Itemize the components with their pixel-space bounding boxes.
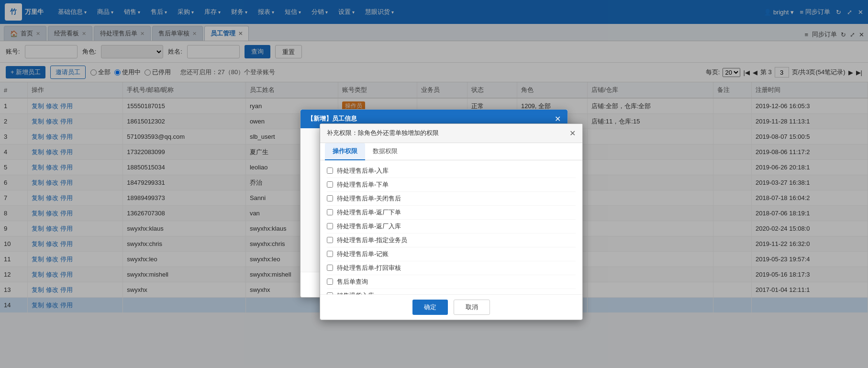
perm-checkbox[interactable] <box>327 209 333 215</box>
perm-tabs: 操作权限 数据权限 <box>320 143 582 160</box>
perm-item: 售后单查询 <box>327 275 576 289</box>
perm-label: 待处理售后单-打回审核 <box>337 264 401 272</box>
perms-cancel-button[interactable]: 取消 <box>454 300 490 313</box>
perms-header: 补充权限：除角色外还需单独增加的权限 ✕ <box>320 124 582 143</box>
perm-checkbox[interactable] <box>327 292 333 294</box>
perm-label: 待处理售后单-返厂下单 <box>337 208 401 217</box>
new-emp-body: 补充权限：除角色外还需单独增加的权限 ✕ 操作权限 数据权限 待处理售后单-入库… <box>300 128 568 272</box>
permissions-dialog: 补充权限：除角色外还需单独增加的权限 ✕ 操作权限 数据权限 待处理售后单-入库… <box>320 123 583 313</box>
new-employee-dialog: 【新增】员工信息 ✕ 补充权限：除角色外还需单独增加的权限 ✕ 操作权限 数据权… <box>300 109 568 298</box>
perm-label: 售后单查询 <box>337 278 368 286</box>
perm-label: 待处理售后单-关闭售后 <box>337 194 401 203</box>
perm-item: 待处理售后单-入库 <box>327 164 576 178</box>
perms-title: 补充权限：除角色外还需单独增加的权限 <box>327 129 439 137</box>
perm-item: 待处理售后单-关闭售后 <box>327 192 576 206</box>
perms-footer: 确定 取消 <box>320 294 582 313</box>
perm-list: 待处理售后单-入库 待处理售后单-下单 待处理售后单-关闭售后 待处理售后单-返… <box>320 160 582 294</box>
perms-confirm-button[interactable]: 确定 <box>412 300 448 313</box>
perm-checkbox[interactable] <box>327 181 333 188</box>
perm-checkbox[interactable] <box>327 265 333 271</box>
perm-item: 待处理售后单-指定业务员 <box>327 234 576 247</box>
perm-item: 待处理售后单-打回审核 <box>327 261 576 275</box>
tab-ops-perms[interactable]: 操作权限 <box>325 143 365 160</box>
perm-checkbox[interactable] <box>327 167 333 174</box>
perm-label: 销售退货入库 <box>337 291 374 294</box>
perm-checkbox[interactable] <box>327 279 333 285</box>
tab-data-perms[interactable]: 数据权限 <box>365 143 405 160</box>
perm-item: 销售退货入库 <box>327 289 576 294</box>
perms-close-button[interactable]: ✕ <box>569 129 576 138</box>
new-emp-title: 【新增】员工信息 <box>307 114 357 123</box>
perm-label: 待处理售后单-返厂入库 <box>337 222 401 231</box>
perm-checkbox[interactable] <box>327 251 333 257</box>
perm-checkbox[interactable] <box>327 237 333 243</box>
modal-overlay: 【新增】员工信息 ✕ 补充权限：除角色外还需单独增加的权限 ✕ 操作权限 数据权… <box>0 0 868 313</box>
perm-label: 待处理售后单-入库 <box>337 167 389 175</box>
perm-item: 待处理售后单-返厂入库 <box>327 220 576 234</box>
perm-checkbox[interactable] <box>327 223 333 229</box>
perm-item: 待处理售后单-记账 <box>327 247 576 261</box>
perm-label: 待处理售后单-记账 <box>337 250 389 258</box>
perm-checkbox[interactable] <box>327 195 333 201</box>
perm-label: 待处理售后单-指定业务员 <box>337 236 407 245</box>
perm-item: 待处理售后单-下单 <box>327 178 576 192</box>
new-emp-close-button[interactable]: ✕ <box>555 114 561 123</box>
perm-label: 待处理售后单-下单 <box>337 180 389 189</box>
perm-item: 待处理售后单-返厂下单 <box>327 206 576 220</box>
